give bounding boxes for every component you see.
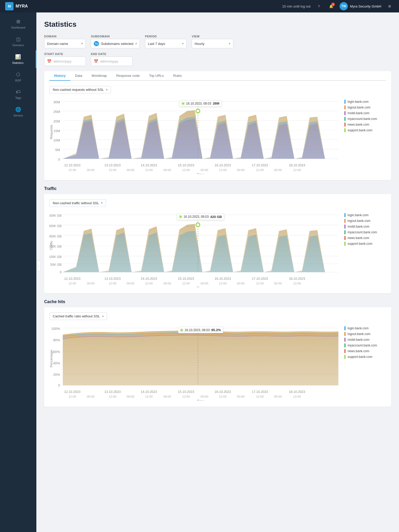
- svg-text:00:00: 00:00: [274, 395, 282, 398]
- svg-text:20M: 20M: [53, 119, 60, 123]
- svg-text:18.10.2023: 18.10.2023: [289, 163, 305, 167]
- svg-text:00:00: 00:00: [201, 395, 208, 398]
- notifications-button[interactable]: 🔔 3: [327, 2, 335, 10]
- legend-color: [344, 117, 345, 121]
- sidebar-item-bgp[interactable]: ⬡ BGP: [0, 68, 36, 86]
- svg-text:00:00: 00:00: [127, 168, 135, 172]
- svg-text:Time: Time: [197, 173, 204, 174]
- cache-chart-svg: 16.10.2023, 08:03 95.2% 100% 8: [49, 324, 340, 401]
- svg-text:00:00: 00:00: [127, 282, 135, 285]
- user-settings-icon[interactable]: ⚙: [385, 2, 394, 10]
- tab-top-urls[interactable]: Top URLs: [144, 71, 169, 81]
- traffic-dropdown[interactable]: Non-cashed traffic without SSL ▾: [49, 199, 106, 207]
- main-content: Statistics DOMAIN Domain name ▾ SUBDOMAI…: [36, 12, 399, 532]
- subdomain-badge: 7x: [94, 41, 99, 46]
- sidebar-item-tags[interactable]: 🏷 Tags: [0, 86, 36, 103]
- svg-text:14.10.2023: 14.10.2023: [141, 390, 157, 394]
- subdomain-select[interactable]: 7x Subdomains selected ▾: [91, 39, 140, 48]
- sidebar-item-dashboard[interactable]: ⊞ Dashboard: [0, 15, 36, 33]
- sidebar-item-label: Statistics: [12, 61, 23, 64]
- svg-text:16.10.2023: 16.10.2023: [215, 277, 231, 281]
- legend-color: [344, 219, 345, 223]
- page-title: Statistics: [44, 20, 391, 29]
- requests-chart-svg: 16.10.2023, 08:03 26M 30M 25M 20M 15M 10…: [49, 98, 340, 175]
- svg-text:17.10.2023: 17.10.2023: [252, 277, 268, 281]
- period-label: PERIOD: [145, 35, 187, 38]
- domain-value: Domain name: [47, 42, 68, 46]
- legend-item: support.bank.com: [344, 355, 386, 359]
- legend-label: myaccount.bank.com: [348, 344, 377, 347]
- domain-filter: DOMAIN Domain name ▾: [44, 35, 86, 48]
- svg-text:0: 0: [58, 384, 60, 387]
- legend-item: myaccount.bank.com: [344, 230, 386, 234]
- legend-item: news.bank.com: [344, 349, 386, 353]
- view-filter: VIEW Hourly ▾: [192, 35, 233, 48]
- svg-text:12:00: 12:00: [219, 282, 227, 285]
- svg-text:12:00: 12:00: [145, 395, 153, 398]
- requests-tooltip-value: 26M: [213, 101, 219, 105]
- legend-color: [344, 332, 345, 336]
- tags-icon: 🏷: [16, 89, 21, 95]
- sidebar-item-statistics[interactable]: 📊 Statistics: [0, 50, 36, 68]
- svg-text:25M: 25M: [53, 110, 60, 114]
- tooltip-dot: [182, 102, 184, 105]
- legend-item: login.bank.com: [344, 326, 386, 330]
- legend-color: [344, 349, 345, 353]
- svg-text:00:00: 00:00: [237, 282, 245, 285]
- tab-data[interactable]: Data: [70, 71, 87, 81]
- traffic-section-title: Traffic: [44, 186, 391, 191]
- chevron-down-icon: ▾: [182, 42, 184, 45]
- domain-select[interactable]: Domain name ▾: [44, 39, 86, 48]
- tab-history[interactable]: History: [49, 71, 70, 81]
- view-select[interactable]: Hourly ▾: [192, 39, 233, 48]
- legend-label: login.bank.com: [348, 100, 369, 104]
- end-date-input[interactable]: 📅 dd/mm/yyyy: [91, 57, 132, 66]
- svg-text:12:00: 12:00: [219, 168, 227, 172]
- help-icon[interactable]: ?: [315, 2, 323, 10]
- cache-tooltip-value: 95.2%: [211, 328, 221, 332]
- traffic-tooltip: 16.10.2023, 08:03 420 GB: [177, 214, 224, 220]
- tabs: History Data Worldmap Response code Top …: [49, 71, 386, 81]
- sidebar-item-service[interactable]: 🌐 Service: [0, 103, 36, 121]
- traffic-legend: login.bank.com logout.bank.com mobil.ban…: [344, 211, 386, 246]
- main-layout: ⊞ Dashboard ◫ Domains 📊 Statistics ⬡ BGP…: [0, 12, 399, 532]
- start-date-placeholder: dd/mm/yyyy: [54, 59, 71, 63]
- svg-text:60%: 60%: [53, 350, 60, 354]
- chevron-down-icon: ▾: [81, 42, 83, 45]
- tab-rules[interactable]: Rules: [169, 71, 187, 81]
- sidebar-item-label: Domains: [12, 44, 24, 47]
- requests-dropdown[interactable]: Non-cashed requests without SSL ▾: [49, 86, 111, 93]
- svg-text:Traffic: Traffic: [49, 241, 53, 250]
- svg-text:18.10.2023: 18.10.2023: [289, 390, 305, 394]
- avatar: TW: [340, 2, 348, 10]
- svg-text:50K GB: 50K GB: [50, 263, 62, 266]
- cache-legend: login.bank.com logout.bank.com mobil.ban…: [344, 324, 386, 359]
- legend-label: support.bank.com: [348, 242, 372, 245]
- tab-response-code[interactable]: Response code: [111, 71, 144, 81]
- legend-label: news.bank.com: [348, 123, 369, 126]
- legend-label: support.bank.com: [348, 355, 372, 359]
- legend-color: [344, 224, 345, 229]
- svg-text:0: 0: [60, 270, 62, 274]
- sidebar-item-domains[interactable]: ◫ Domains: [0, 33, 36, 50]
- svg-text:12:00: 12:00: [109, 282, 116, 285]
- cache-tooltip-time: 16.10.2023, 08:03: [185, 328, 210, 332]
- period-select[interactable]: Last 7 days ▾: [145, 39, 187, 48]
- chevron-down-icon: ▾: [135, 42, 137, 45]
- legend-color: [344, 230, 345, 234]
- logo[interactable]: M MYRA: [5, 2, 28, 10]
- user-menu[interactable]: TW Myra Security GmbH: [340, 2, 381, 10]
- cache-dropdown[interactable]: Cached traffic ratio without SSL ▾: [49, 312, 107, 320]
- svg-text:12:00: 12:00: [145, 282, 153, 285]
- legend-item: mobil.bank.com: [344, 338, 386, 342]
- tab-worldmap[interactable]: Worldmap: [87, 71, 111, 81]
- legend-color: [344, 338, 345, 342]
- traffic-chart-wrap: 16.10.2023, 08:03 420 GB 500K GB: [49, 211, 386, 288]
- domain-label: DOMAIN: [44, 35, 86, 38]
- svg-text:5M: 5M: [55, 148, 60, 152]
- legend-color: [344, 242, 345, 246]
- cache-svg: 100% 80% 60% 40% 20% 0 Percentage: [49, 324, 340, 401]
- start-date-input[interactable]: 📅 dd/mm/yyyy: [44, 57, 86, 66]
- sidebar-collapse-toggle[interactable]: ‹: [36, 261, 41, 271]
- legend-item: mobil.bank.com: [344, 224, 386, 229]
